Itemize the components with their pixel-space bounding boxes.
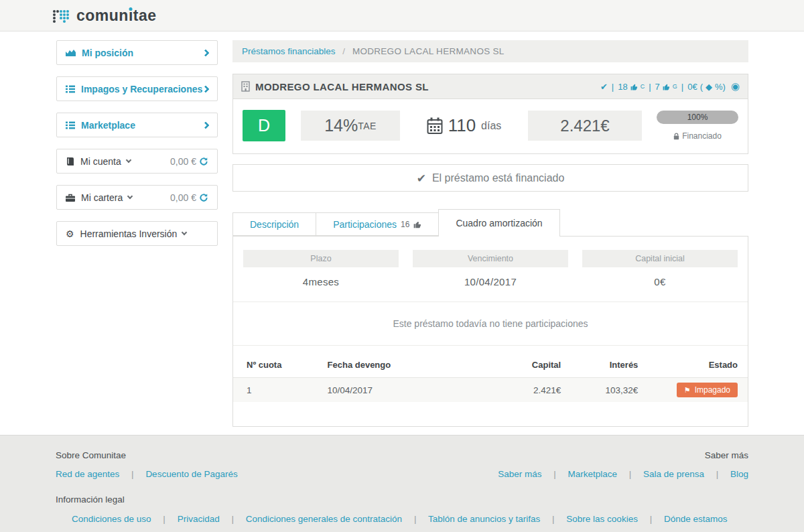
- footer-link-saber-mas[interactable]: Saber más: [498, 469, 541, 479]
- footer-link-cookies[interactable]: Sobre las cookies: [566, 514, 638, 524]
- breadcrumb-separator: /: [342, 46, 345, 56]
- breadcrumb-link-prestamos[interactable]: Préstamos financiables: [242, 46, 336, 56]
- tab-descripcion[interactable]: Descripción: [232, 212, 316, 236]
- sidebar-item-label: Mi posición: [82, 48, 133, 58]
- rate-unit: TAE: [358, 121, 377, 131]
- refresh-icon[interactable]: [199, 193, 208, 202]
- term-days: 110 días: [400, 115, 528, 136]
- funding-progress: 100% Financiado: [657, 111, 738, 141]
- footer: Sobre Comunitae Saber más Red de agentes…: [0, 435, 804, 532]
- cell-capital: 2.421€: [475, 378, 567, 403]
- sidebar-item-mi-cuenta[interactable]: Mi cuenta 0,00 €: [56, 149, 218, 174]
- sidebar-item-marketplace[interactable]: Marketplace: [56, 113, 218, 137]
- thumbs-up-icon: [663, 83, 670, 90]
- chevron-down-icon: [182, 230, 187, 235]
- footer-link-marketplace[interactable]: Marketplace: [568, 469, 618, 479]
- sidebar-item-impagos[interactable]: Impagos y Recuperaciones: [56, 76, 218, 101]
- tab-participaciones[interactable]: Participaciones 16: [316, 212, 439, 236]
- footer-link-red-agentes[interactable]: Red de agentes: [56, 469, 119, 479]
- footer-link-condiciones-contratacion[interactable]: Condiciones generales de contratación: [246, 514, 402, 524]
- footer-link-donde-estamos[interactable]: Dónde estamos: [664, 514, 728, 524]
- likes-sup-g: G: [673, 83, 677, 90]
- no-participations-message: Este préstamo todavía no tiene participa…: [233, 302, 748, 345]
- footer-heading-legal: Información legal: [56, 494, 125, 505]
- col-header-capital: Capital: [475, 352, 567, 378]
- status-badge-impagado: ⚑ Impagado: [677, 383, 738, 397]
- footer-link-tablon[interactable]: Tablón de anuncios y tarifas: [428, 514, 540, 524]
- likes-count-c: 18: [618, 82, 627, 92]
- thumbs-up-icon: [413, 220, 421, 228]
- chevron-right-icon: [202, 121, 209, 129]
- amortization-panel: Plazo 4meses Vencimiento 10/04/2017 Capi…: [232, 236, 748, 427]
- footer-link-descuento-pagares[interactable]: Descuento de Pagarés: [145, 469, 237, 479]
- loan-title: MODREGO LACAL HERMANOS SL: [255, 81, 429, 92]
- meta-amount: 0€: [687, 82, 697, 92]
- briefcase-icon: [66, 194, 75, 202]
- loan-panel: MODREGO LACAL HERMANOS SL ✔ | 18 C | 7 G: [232, 74, 748, 154]
- calendar-icon: [427, 117, 443, 135]
- rate-value: 14%: [324, 116, 358, 135]
- divider: [233, 345, 748, 346]
- likes-sup-c: C: [641, 83, 645, 90]
- list-icon: [66, 85, 75, 93]
- check-icon: ✔: [600, 82, 608, 92]
- page-body: Mi posición Impagos y Recuperaciones: [0, 31, 804, 427]
- footer-more-links: Saber más | Marketplace | Sala de prensa…: [498, 469, 748, 479]
- loan-meta: ✔ | 18 C | 7 G | 0€ ( ◆: [600, 80, 740, 92]
- sidebar-item-label: Marketplace: [81, 120, 135, 131]
- cell-cuota: 1: [233, 378, 321, 403]
- days-unit: días: [481, 120, 501, 132]
- refresh-icon[interactable]: [199, 157, 208, 166]
- summary-header-capital: Capital inicial: [582, 250, 738, 267]
- cell-interes: 103,32€: [567, 378, 645, 403]
- chevron-down-icon: [125, 157, 131, 163]
- footer-heading-saber-mas: Saber más: [705, 450, 748, 460]
- tab-bar: Descripción Participaciones 16 Cuadro am…: [232, 209, 748, 236]
- summary-value-capital: 0€: [582, 276, 738, 287]
- loan-header: MODREGO LACAL HERMANOS SL ✔ | 18 C | 7 G: [233, 74, 748, 99]
- participations-count: 16: [401, 220, 409, 229]
- footer-link-condiciones-uso[interactable]: Condiciones de uso: [72, 514, 151, 524]
- summary-header-plazo: Plazo: [243, 250, 399, 267]
- sidebar-item-mi-posicion[interactable]: Mi posición: [56, 40, 218, 65]
- chevron-right-icon: [202, 49, 209, 56]
- likes-count-g: 7: [655, 82, 660, 92]
- amortization-table: Nº cuota Fecha devengo Capital Interés E…: [233, 352, 748, 402]
- col-header-fecha: Fecha devengo: [321, 352, 475, 378]
- breadcrumb-current: MODREGO LACAL HERMANOS SL: [352, 46, 505, 56]
- target-icon: ◉: [731, 80, 740, 92]
- footer-about-links: Red de agentes | Descuento de Pagarés: [56, 469, 238, 479]
- footer-legal-links: Condiciones de uso | Privacidad | Condic…: [72, 514, 748, 524]
- comunitae-logo[interactable]: comunitae: [52, 7, 157, 25]
- loan-summary: Plazo 4meses Vencimiento 10/04/2017 Capi…: [233, 250, 748, 287]
- brand-name: comunitae: [76, 7, 157, 25]
- footer-link-privacidad[interactable]: Privacidad: [178, 514, 220, 524]
- days-value: 110: [448, 115, 476, 136]
- check-icon: ✔: [417, 172, 426, 185]
- list-icon: [66, 121, 75, 129]
- main-content: Préstamos financiables / MODREGO LACAL H…: [232, 40, 748, 427]
- footer-link-sala-prensa[interactable]: Sala de prensa: [643, 469, 704, 479]
- chevron-right-icon: [202, 85, 209, 92]
- sidebar-item-herramientas[interactable]: ⚙ Herramientas Inversión: [56, 221, 218, 246]
- col-header-cuota: Nº cuota: [233, 352, 321, 378]
- tab-cuadro-amortizacion[interactable]: Cuadro amortización: [438, 209, 559, 237]
- chevron-down-icon: [127, 194, 133, 199]
- sidebar-item-mi-cartera[interactable]: Mi cartera 0,00 €: [56, 185, 218, 210]
- loan-stats: D 14%TAE 110 días 2.421€ 100%: [233, 99, 748, 153]
- sidebar: Mi posición Impagos y Recuperaciones: [56, 40, 218, 427]
- gear-icon: ⚙: [66, 228, 74, 239]
- summary-value-plazo: 4meses: [243, 276, 399, 287]
- account-balance: 0,00 €: [170, 156, 196, 167]
- sidebar-item-label: Impagos y Recuperaciones: [81, 84, 202, 94]
- lock-icon: [673, 133, 679, 140]
- col-header-estado: Estado: [645, 352, 748, 378]
- portfolio-balance: 0,00 €: [170, 192, 196, 203]
- footer-link-blog[interactable]: Blog: [730, 469, 748, 479]
- col-header-interes: Interés: [567, 352, 645, 378]
- loan-status-banner: ✔ El préstamo está financiado: [232, 164, 748, 192]
- funded-label: Financiado: [682, 131, 722, 141]
- footer-heading-sobre: Sobre Comunitae: [56, 450, 126, 460]
- summary-value-vencimiento: 10/04/2017: [413, 276, 568, 287]
- sidebar-item-label: Mi cartera: [81, 192, 123, 203]
